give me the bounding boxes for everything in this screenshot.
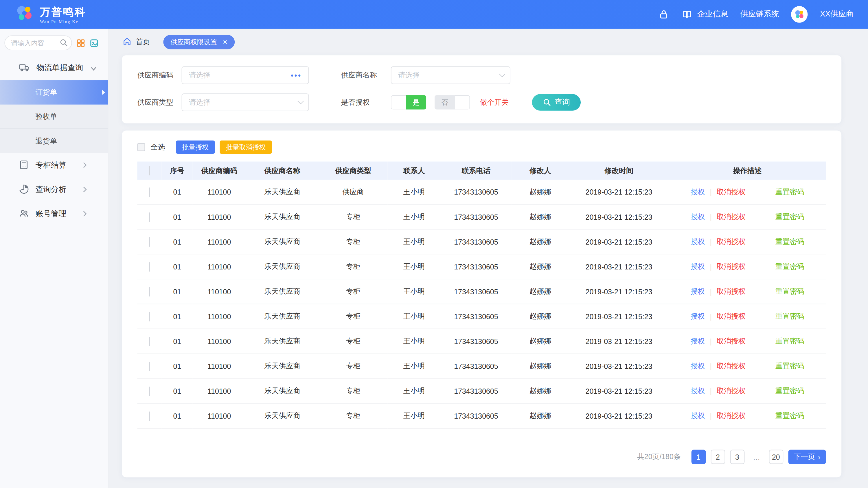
cell-name: 乐天供应商: [246, 180, 319, 204]
query-button[interactable]: 查询: [532, 94, 581, 110]
sidebar-item-acceptance-form[interactable]: 验收单: [0, 105, 108, 129]
unauthorize-link[interactable]: 取消授权: [717, 212, 745, 222]
sidebar-item-counter-settlement[interactable]: 专柜结算: [0, 153, 108, 177]
batch-authorize-button[interactable]: 批量授权: [176, 140, 215, 154]
table-row: 01 110100 乐天供应商 供应商 王小明 17343130605 赵娜娜 …: [137, 180, 826, 204]
authorize-link[interactable]: 授权: [690, 212, 705, 222]
toggle-note: 做个开关: [480, 97, 509, 107]
unauthorize-link[interactable]: 取消授权: [717, 386, 745, 396]
authorize-link[interactable]: 授权: [690, 237, 705, 247]
reset-password-link[interactable]: 重置密码: [775, 212, 804, 222]
supplier-name-placeholder: 请选择: [398, 70, 420, 80]
reset-password-link[interactable]: 重置密码: [775, 262, 804, 271]
authorize-link[interactable]: 授权: [690, 312, 705, 321]
close-icon[interactable]: ✕: [222, 38, 228, 46]
authorize-link[interactable]: 授权: [690, 386, 705, 396]
row-checkbox[interactable]: [149, 412, 150, 421]
link-divider: |: [710, 262, 711, 271]
reset-password-link[interactable]: 重置密码: [775, 411, 804, 421]
select-all-checkbox[interactable]: [137, 143, 145, 151]
row-checkbox[interactable]: [149, 287, 150, 296]
scan-icon[interactable]: [89, 38, 99, 48]
breadcrumb-home-label[interactable]: 首页: [136, 37, 150, 47]
row-checkbox[interactable]: [149, 386, 150, 396]
cell-modifier: 赵娜娜: [512, 180, 569, 204]
supplier-code-input[interactable]: 请选择 •••: [182, 66, 309, 84]
sidebar-item-query-analysis[interactable]: 查询分析: [0, 177, 108, 202]
cell-modifier: 赵娜娜: [512, 204, 569, 229]
reset-password-link[interactable]: 重置密码: [775, 312, 804, 321]
reset-password-link[interactable]: 重置密码: [775, 336, 804, 346]
unauthorize-link[interactable]: 取消授权: [717, 187, 745, 197]
link-divider: |: [710, 387, 711, 395]
authorize-link[interactable]: 授权: [690, 411, 705, 421]
unauthorize-link[interactable]: 取消授权: [717, 237, 745, 247]
page-button-20[interactable]: 20: [769, 450, 783, 464]
sidebar-item-return-form[interactable]: 退货单: [0, 129, 108, 153]
reset-password-link[interactable]: 重置密码: [775, 361, 804, 371]
unauthorize-link[interactable]: 取消授权: [717, 361, 745, 371]
page-button-3[interactable]: 3: [730, 450, 744, 464]
home-icon[interactable]: [123, 37, 131, 47]
cell-time: 2019-03-21 12:15:23: [569, 403, 669, 428]
supplier-code-label: 供应商编码: [137, 70, 181, 80]
account-avatar[interactable]: [791, 6, 808, 23]
sidebar-item-account-management[interactable]: 账号管理: [0, 202, 108, 226]
authorize-link[interactable]: 授权: [690, 262, 705, 271]
chevron-right-icon: [83, 209, 87, 219]
row-checkbox[interactable]: [149, 336, 150, 346]
reset-password-link[interactable]: 重置密码: [775, 187, 804, 197]
filter-panel: 供应商编码 请选择 ••• 供应商名称 请选择 供应商类型 请选择 是否授权: [122, 55, 841, 123]
toggle-yes[interactable]: 是: [391, 95, 426, 109]
cell-operations: 授权 | 取消授权 重置密码: [669, 354, 826, 378]
next-page-button[interactable]: 下一页 ›: [788, 450, 826, 464]
cell-phone: 17343130605: [441, 329, 512, 354]
authorize-link[interactable]: 授权: [690, 336, 705, 346]
select-all-label: 全选: [151, 142, 165, 152]
authorize-link[interactable]: 授权: [690, 361, 705, 371]
sidebar-item-order-form[interactable]: 订货单: [0, 80, 108, 104]
cell-no: 01: [162, 279, 193, 304]
table-row: 01 110100 乐天供应商 专柜 王小明 17343130605 赵娜娜 2…: [137, 279, 826, 304]
supplier-name-select[interactable]: 请选择: [391, 66, 510, 84]
cell-no: 01: [162, 204, 193, 229]
ellipsis-icon[interactable]: •••: [291, 71, 302, 79]
cell-name: 乐天供应商: [246, 254, 319, 279]
supplier-type-select[interactable]: 请选择: [182, 93, 309, 111]
row-checkbox[interactable]: [149, 187, 150, 197]
lock-icon[interactable]: [658, 9, 669, 20]
row-checkbox[interactable]: [149, 312, 150, 321]
row-checkbox[interactable]: [149, 262, 150, 271]
batch-unauthorize-button[interactable]: 批量取消授权: [220, 140, 272, 154]
row-checkbox[interactable]: [149, 212, 150, 222]
unauthorize-link[interactable]: 取消授权: [717, 262, 745, 271]
chevron-right-icon: [83, 185, 87, 194]
unauthorize-link[interactable]: 取消授权: [717, 411, 745, 421]
unauthorize-link[interactable]: 取消授权: [717, 287, 745, 296]
row-checkbox[interactable]: [149, 361, 150, 371]
tab-supplier-permission[interactable]: 供应商权限设置 ✕: [163, 35, 235, 50]
cell-name: 乐天供应商: [246, 403, 319, 428]
authorize-link[interactable]: 授权: [690, 187, 705, 197]
reset-password-link[interactable]: 重置密码: [775, 287, 804, 296]
apps-icon[interactable]: [76, 38, 85, 48]
unauthorize-link[interactable]: 取消授权: [717, 336, 745, 346]
reset-password-link[interactable]: 重置密码: [775, 237, 804, 247]
pagination-summary: 共20页/180条: [637, 452, 681, 462]
search-icon[interactable]: [60, 39, 68, 48]
sidebar-item-logistics-query[interactable]: 物流单据查询: [0, 56, 108, 80]
cell-type: 供应商: [319, 180, 388, 204]
page-button-2[interactable]: 2: [711, 450, 725, 464]
page-button-1[interactable]: 1: [691, 450, 706, 464]
unauthorize-link[interactable]: 取消授权: [717, 312, 745, 321]
reset-password-link[interactable]: 重置密码: [775, 386, 804, 396]
row-checkbox[interactable]: [149, 237, 150, 247]
header-checkbox[interactable]: [149, 166, 150, 175]
link-divider: |: [710, 188, 711, 196]
toggle-no[interactable]: 否: [435, 95, 470, 109]
authorize-link[interactable]: 授权: [690, 287, 705, 296]
account-name[interactable]: XX供应商: [820, 9, 854, 20]
company-info-link[interactable]: 企业信息: [682, 9, 728, 20]
cell-time: 2019-03-21 12:15:23: [569, 254, 669, 279]
system-link[interactable]: 供应链系统: [740, 9, 779, 20]
